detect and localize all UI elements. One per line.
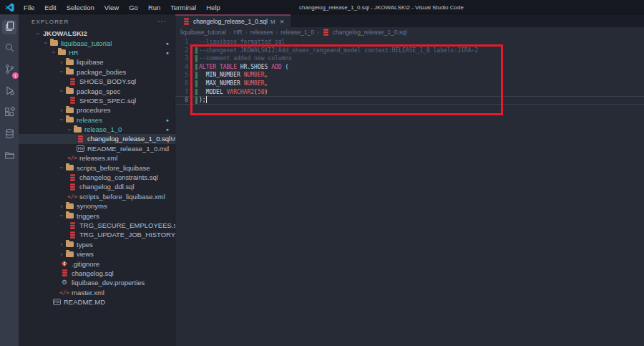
tree-item-shoes-body-sql[interactable]: SHOES_BODY.sql [19, 77, 175, 86]
chevron-collapsed-icon[interactable]: › [58, 251, 65, 258]
chevron-expanded-icon[interactable]: › [58, 116, 65, 123]
tab-changelog-release-1-0-sql[interactable]: changelog_release_1_0.sql M ✕ [175, 14, 291, 27]
tree-item-changelog-ddl-sql[interactable]: changelog_ddl.sql [19, 182, 175, 191]
token-plain: ( [282, 64, 289, 70]
tree-item-scripts-before-liquibase[interactable]: ›scripts_before_liquibase [19, 163, 175, 172]
tree-item-changelog-release-1-0-sql[interactable]: changelog_release_1_0.sqlM [19, 134, 175, 143]
breadcrumb-separator-icon: › [276, 29, 278, 36]
tree-item-jkowalski2[interactable]: ›JKOWALSKI2 [19, 29, 175, 38]
chevron-expanded-icon[interactable]: › [66, 126, 73, 133]
files-activity-button[interactable] [2, 20, 16, 34]
tree-item-changelog-constraints-sql[interactable]: changelog_constraints.sql [19, 173, 175, 182]
code-line-4[interactable]: 4ALTER TABLE HR.SHOES ADD ( [175, 63, 644, 72]
source-control-activity-button[interactable]: 1 [2, 63, 16, 77]
sql-file-icon [182, 18, 190, 25]
chevron-expanded-icon[interactable]: › [50, 49, 57, 56]
chevron-expanded-icon[interactable]: › [42, 39, 49, 47]
breadcrumb-item-releases[interactable]: releases [250, 29, 273, 36]
breadcrumb-item-release-1-0[interactable]: release_1_0 [280, 29, 314, 36]
line-number: 5 [175, 71, 188, 80]
extensions-activity-button[interactable] [2, 106, 16, 120]
code-line-5[interactable]: 5 MIN_NUMBER NUMBER, [175, 71, 644, 80]
sql-file-icon [68, 231, 77, 239]
search-activity-button[interactable] [2, 42, 16, 56]
chevron-expanded-icon[interactable]: › [58, 87, 65, 95]
menu-edit[interactable]: Edit [39, 0, 61, 14]
code-line-2[interactable]: 2--changeset JKOWALSKI2:Add_shoes_rangea… [175, 47, 644, 55]
chevron-collapsed-icon[interactable]: › [58, 107, 65, 114]
breadcrumb-item-changelog-release-1-0-sql[interactable]: changelog_release_1_0.sql [322, 29, 407, 36]
menu-run[interactable]: Run [143, 0, 165, 14]
database-activity-button[interactable] [2, 128, 16, 142]
breadcrumb-item-hr[interactable]: HR [233, 29, 242, 36]
tree-item-changelog-sql[interactable]: changelog.sql [19, 269, 175, 278]
code-line-3[interactable]: 3--comment added new columns [175, 54, 644, 63]
run-debug-activity-button[interactable] [2, 85, 16, 99]
breadcrumb-item-liquibase-tutorial[interactable]: liquibase_tutorial [180, 29, 226, 36]
tree-item-label: changelog.sql [72, 269, 114, 277]
tree-item-label: liquibase_tutorial [61, 39, 112, 47]
tree-item-label: README_release_1_0.md [87, 145, 169, 153]
tree-item-readme-release-1-0-md[interactable]: README_release_1_0.md [19, 144, 175, 153]
tree-item-trg-secure-employees-sql[interactable]: TRG_SECURE_EMPLOYEES.sql [19, 221, 175, 230]
chevron-expanded-icon[interactable]: › [58, 164, 65, 171]
sidebar-more-actions-button[interactable]: ··· [157, 19, 167, 24]
tree-item-triggers[interactable]: ›triggers [19, 211, 175, 220]
code-line-8[interactable]: 8); [175, 96, 644, 105]
search-icon [4, 42, 15, 56]
tree-item-types[interactable]: ›types [19, 240, 175, 249]
tree-item-shoes-spec-sql[interactable]: SHOES_SPEC.sql [19, 96, 175, 105]
tree-item-label: changelog_release_1_0.sql [87, 135, 170, 143]
chevron-collapsed-icon[interactable]: › [58, 59, 65, 66]
tree-item-scripts-before-liquibase-xml[interactable]: </>scripts_before_liquibase.xml [19, 192, 175, 201]
folder-icon [57, 49, 66, 55]
tree-item-views[interactable]: ›views [19, 249, 175, 259]
chevron-expanded-icon[interactable]: › [34, 30, 42, 37]
tree-item-trg-update-job-history-sql[interactable]: TRG_UPDATE_JOB_HISTORY.sql [19, 230, 175, 239]
tree-item-releases[interactable]: ›releases● [19, 115, 175, 125]
chevron-expanded-icon[interactable]: › [58, 212, 65, 219]
tree-item-release-1-0[interactable]: ›release_1_0● [19, 125, 175, 134]
sql-file-icon [322, 29, 331, 36]
folder-explorer-activity-button[interactable] [2, 149, 16, 163]
line-number: 7 [175, 88, 188, 97]
tree-item--gitignore[interactable]: .gitignore [19, 259, 175, 268]
tree-item-liquibase-dev-properties[interactable]: ⚙liquibase_dev.properties [19, 278, 175, 287]
code-line-7[interactable]: 7 MODEL VARCHAR2(50) [175, 88, 644, 97]
window-title: changelog_release_1_0.sql - JKOWALSKI2 -… [299, 0, 464, 14]
menu-go[interactable]: Go [124, 0, 143, 14]
tree-item-liquibase-tutorial[interactable]: ›liquibase_tutorial● [19, 38, 175, 47]
token-plain: MODEL [199, 89, 227, 95]
tree-item-liquibase[interactable]: ›liquibase [19, 57, 175, 67]
menu-help[interactable]: Help [201, 0, 225, 14]
menu-file[interactable]: File [19, 0, 39, 14]
explorer-sidebar: EXPLORER ··· ›JKOWALSKI2›liquibase_tutor… [19, 14, 175, 346]
modified-dot-badge: ● [166, 117, 169, 122]
code-line-6[interactable]: 6 MAX_NUMBER NUMBER, [175, 80, 644, 88]
tree-item-synonyms[interactable]: ›synonyms [19, 201, 175, 211]
tree-item-master-xml[interactable]: </>master.xml [19, 288, 175, 297]
tree-item-releases-xml[interactable]: </>releases.xml [19, 153, 175, 163]
breadcrumb: liquibase_tutorial›HR›releases›release_1… [175, 27, 644, 37]
token-plain: ) [265, 89, 268, 95]
menu-selection[interactable]: Selection [62, 0, 99, 14]
run-debug-icon [4, 85, 15, 99]
tree-item-package-bodies[interactable]: ›package_bodies [19, 67, 175, 77]
extensions-icon [4, 107, 15, 120]
menu-view[interactable]: View [99, 0, 124, 14]
chevron-collapsed-icon[interactable]: › [58, 241, 65, 248]
tree-item-label: TRG_SECURE_EMPLOYEES.sql [79, 221, 175, 229]
tab-close-icon[interactable]: ✕ [280, 19, 285, 25]
tree-item-hr[interactable]: ›HR● [19, 48, 175, 57]
file-tree: ›JKOWALSKI2›liquibase_tutorial●›HR●›liqu… [19, 29, 175, 346]
chevron-expanded-icon[interactable]: › [58, 68, 65, 75]
code-line-1[interactable]: 1--liquibase formatted sql [175, 38, 644, 47]
code-editor[interactable]: 1--liquibase formatted sql2--changeset J… [175, 37, 644, 105]
tree-item-readme-md[interactable]: README.MD [19, 297, 175, 307]
modified-dot-badge: ● [166, 50, 169, 55]
chevron-collapsed-icon[interactable]: › [58, 203, 65, 210]
menu-terminal[interactable]: Terminal [165, 0, 201, 14]
tree-item-procedures[interactable]: ›procedures [19, 105, 175, 115]
tree-item-package-spec[interactable]: ›package_spec [19, 86, 175, 95]
token-plain: , [265, 80, 268, 87]
